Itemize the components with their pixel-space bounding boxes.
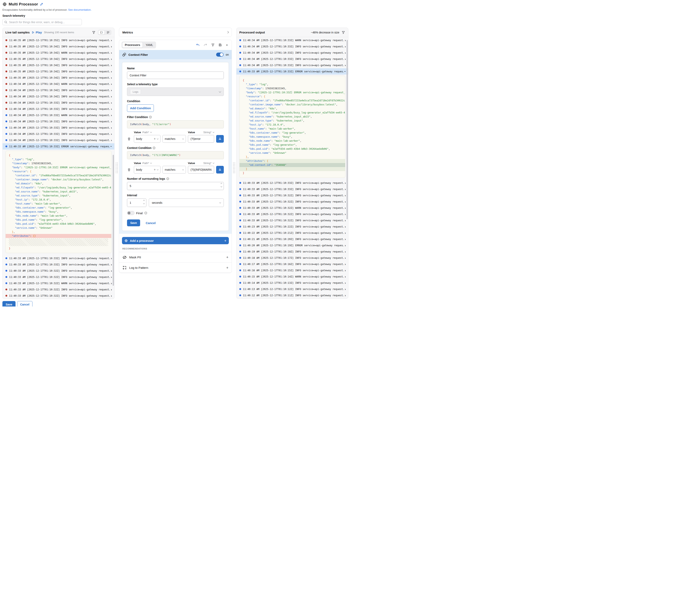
log-row[interactable]: 11:40:33 AM [2025-12-17T01:10:32Z] WARN … <box>3 280 114 286</box>
log-row[interactable]: 11:40:33 AM [2025-12-17T01:10:33Z] INFO … <box>3 261 114 268</box>
log-row[interactable]: 11:40:17 AM [2025-12-17T01:10:16Z] INFO … <box>237 261 348 267</box>
log-row-expanded[interactable]: 11:40:33 AM [2025-12-17T01:10:33Z] ERROR… <box>237 68 348 75</box>
log-row-expanded[interactable]: 11:40:33 AM [2025-12-17T01:10:33Z] ERROR… <box>3 143 114 149</box>
processor-cancel-button[interactable]: Cancel <box>144 221 157 225</box>
operator-select[interactable]: matches <box>163 166 186 173</box>
log-row[interactable]: 11:40:33 AM [2025-12-17T01:10:32Z] INFO … <box>3 274 114 280</box>
string-type-label[interactable]: String* <box>203 131 212 134</box>
log-row[interactable]: 11:40:34 AM [2025-12-17T01:10:33Z] INFO … <box>3 131 114 137</box>
telemetry-type-select[interactable]: Logs <box>127 88 224 96</box>
log-row[interactable]: 11:40:20 AM [2025-12-17T01:10:19Z] ERROR… <box>237 242 348 248</box>
number-stepper[interactable] <box>143 200 144 204</box>
log-row[interactable]: 11:40:14 AM [2025-12-17T01:10:13Z] INFO … <box>237 280 348 286</box>
delete-condition-icon[interactable] <box>127 137 132 141</box>
log-row[interactable]: 11:40:33 AM [2025-12-17T01:10:33Z] INFO … <box>237 180 348 186</box>
save-button[interactable]: Save <box>2 301 15 306</box>
path-type-label[interactable]: Path* <box>142 161 149 165</box>
metrics-card[interactable]: Metrics <box>119 28 232 37</box>
cancel-button[interactable]: Cancel <box>17 301 33 306</box>
context-value-input[interactable] <box>188 166 214 173</box>
save-disk-icon[interactable] <box>218 43 222 47</box>
undo-icon[interactable] <box>195 43 200 47</box>
add-path-icon[interactable]: + <box>154 137 156 141</box>
log-row[interactable]: 11:40:33 AM [2025-12-17T01:10:32Z] INFO … <box>237 217 348 223</box>
add-processor-button[interactable]: Add a processor + <box>122 237 229 244</box>
split-condition-button[interactable] <box>216 166 224 173</box>
log-row[interactable]: 11:40:34 AM [2025-12-17T01:10:33Z] INFO … <box>237 62 348 68</box>
log-row[interactable]: 11:40:33 AM [2025-12-17T01:10:32Z] INFO … <box>3 292 114 299</box>
filter-icon[interactable] <box>211 43 215 47</box>
filter-icon[interactable] <box>92 30 96 35</box>
log-row[interactable]: 11:40:21 AM [2025-12-17T01:10:20Z] INFO … <box>237 236 348 242</box>
log-row[interactable]: 11:40:33 AM [2025-12-17T01:10:32Z] WARN … <box>237 205 348 211</box>
number-stepper[interactable] <box>221 183 222 187</box>
field-path-select[interactable]: body + <box>134 166 161 173</box>
log-row[interactable]: 11:40:34 AM [2025-12-17T01:10:33Z] INFO … <box>3 118 114 125</box>
search-input[interactable] <box>2 19 82 25</box>
log-row[interactable]: 11:40:19 AM [2025-12-17T01:10:18Z] INFO … <box>237 248 348 255</box>
list-view-toggle[interactable] <box>105 30 111 35</box>
log-row[interactable]: 11:40:23 AM [2025-12-17T01:10:22Z] INFO … <box>237 223 348 230</box>
scrollbar-thumb[interactable] <box>346 40 348 219</box>
add-icon[interactable]: + <box>225 43 228 47</box>
log-row[interactable]: 11:40:34 AM [2025-12-17T01:10:33Z] WARN … <box>237 37 348 43</box>
json-view-toggle[interactable]: {} <box>98 30 105 35</box>
log-row[interactable]: 11:40:34 AM [2025-12-17T01:10:33Z] INFO … <box>3 100 114 106</box>
log-row[interactable]: 11:40:35 AM [2025-12-17T01:10:34Z] WARN … <box>3 50 114 56</box>
log-row[interactable]: 11:40:34 AM [2025-12-17T01:10:34Z] INFO … <box>3 93 114 100</box>
log-row[interactable]: 11:40:16 AM [2025-12-17T01:10:15Z] INFO … <box>237 267 348 273</box>
log-row[interactable]: 11:40:35 AM [2025-12-17T01:10:34Z] INFO … <box>3 62 114 68</box>
log-row[interactable]: 11:40:34 AM [2025-12-17T01:10:33Z] INFO … <box>3 106 114 112</box>
split-condition-button[interactable] <box>216 135 224 143</box>
edit-title-icon[interactable] <box>40 3 43 6</box>
add-recommendation-icon[interactable]: + <box>226 266 228 270</box>
panel-resize-handle[interactable] <box>233 28 235 306</box>
log-row[interactable]: 11:40:22 AM [2025-12-17T01:10:21Z] INFO … <box>237 230 348 236</box>
tab-processors[interactable]: Processors <box>122 42 143 48</box>
add-path-icon[interactable]: + <box>154 168 156 171</box>
log-row[interactable]: 11:40:33 AM [2025-12-17T01:10:32Z] INFO … <box>237 192 348 198</box>
processor-save-button[interactable]: Save <box>127 220 140 226</box>
add-recommendation-icon[interactable]: + <box>226 255 228 259</box>
panel-resize-handle[interactable] <box>116 28 118 306</box>
log-row[interactable]: 11:40:34 AM [2025-12-17T01:10:33Z] INFO … <box>237 50 348 56</box>
tab-yaml[interactable]: YAML <box>143 42 155 48</box>
recommendation-log-to-pattern[interactable]: Log to Pattern + <box>119 262 232 273</box>
log-row[interactable]: 11:40:33 AM [2025-12-17T01:10:32Z] INFO … <box>3 286 114 292</box>
processor-name-input[interactable] <box>127 71 224 79</box>
log-row[interactable]: 11:40:13 AM [2025-12-17T01:10:12Z] INFO … <box>237 286 348 292</box>
see-documentation-link[interactable]: See documentation. <box>68 8 91 11</box>
surrounding-logs-input[interactable] <box>127 182 224 190</box>
log-row[interactable]: 11:40:35 AM [2025-12-17T01:10:34Z] INFO … <box>3 75 114 81</box>
add-condition-button[interactable]: Add Condition <box>127 104 154 112</box>
log-row[interactable]: 11:40:35 AM [2025-12-17T01:10:34Z] INFO … <box>3 68 114 75</box>
log-row[interactable]: 11:40:12 AM [2025-12-17T01:10:11Z] INFO … <box>237 292 348 298</box>
field-path-select[interactable]: body + <box>134 135 161 143</box>
delete-condition-icon[interactable] <box>127 168 132 172</box>
processor-header-row[interactable]: Context Filter on <box>119 50 232 59</box>
final-toggle[interactable] <box>127 211 135 215</box>
play-button[interactable]: Play <box>31 31 42 34</box>
log-row[interactable]: 11:40:33 AM [2025-12-17T01:10:32Z] INFO … <box>3 268 114 274</box>
string-type-label[interactable]: String* <box>203 161 212 165</box>
filter-value-input[interactable] <box>188 135 214 143</box>
log-row[interactable]: 11:40:34 AM [2025-12-17T01:10:33Z] INFO … <box>3 137 114 143</box>
processor-enabled-toggle[interactable] <box>216 53 224 57</box>
log-row[interactable]: 11:40:33 AM [2025-12-17T01:10:32Z] INFO … <box>237 198 348 205</box>
log-row[interactable]: 11:40:34 AM [2025-12-17T01:10:33Z] INFO … <box>237 43 348 50</box>
path-type-label[interactable]: Path* <box>142 131 149 134</box>
interval-unit-select[interactable]: seconds <box>149 198 224 207</box>
recommendation-mask-pii[interactable]: Mask PII + <box>119 252 232 262</box>
log-row[interactable]: 11:40:33 AM [2025-12-17T01:10:33Z] INFO … <box>237 186 348 192</box>
log-row[interactable]: 11:40:34 AM [2025-12-17T01:10:34Z] WARN … <box>3 81 114 87</box>
operator-select[interactable]: matches <box>163 135 186 143</box>
scrollbar-thumb[interactable] <box>113 155 114 286</box>
log-row[interactable]: 11:40:15 AM [2025-12-17T01:10:14Z] WARN … <box>237 273 348 280</box>
filter-icon[interactable] <box>341 30 345 35</box>
log-row[interactable]: 11:40:34 AM [2025-12-17T01:10:33Z] WARN … <box>3 112 114 118</box>
log-row[interactable]: 11:40:33 AM [2025-12-17T01:10:33Z] INFO … <box>3 255 114 261</box>
log-row[interactable]: 11:40:34 AM [2025-12-17T01:10:34Z] INFO … <box>3 87 114 93</box>
log-row[interactable]: 11:40:35 AM [2025-12-17T01:10:34Z] INFO … <box>3 43 114 50</box>
log-row[interactable]: 11:40:33 AM [2025-12-17T01:10:32Z] INFO … <box>237 211 348 217</box>
log-row[interactable]: 11:40:18 AM [2025-12-17T01:10:17Z] INFO … <box>237 255 348 261</box>
